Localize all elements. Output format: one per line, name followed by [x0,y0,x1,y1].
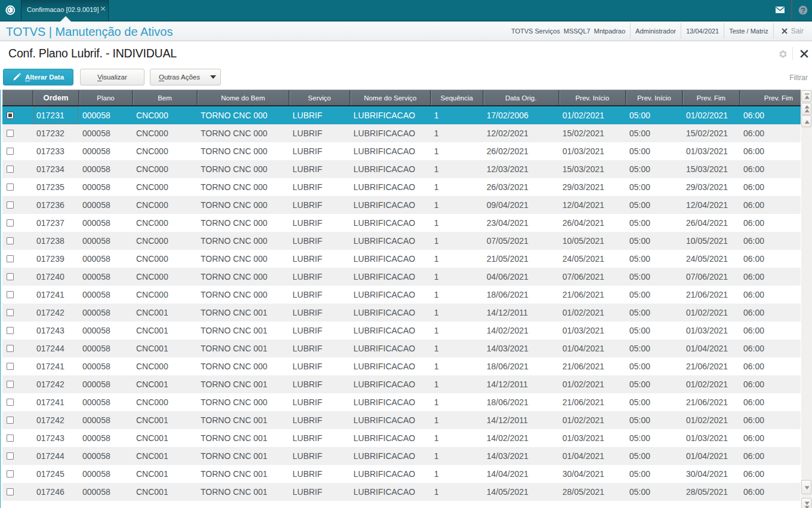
svg-text:?: ? [801,6,805,15]
